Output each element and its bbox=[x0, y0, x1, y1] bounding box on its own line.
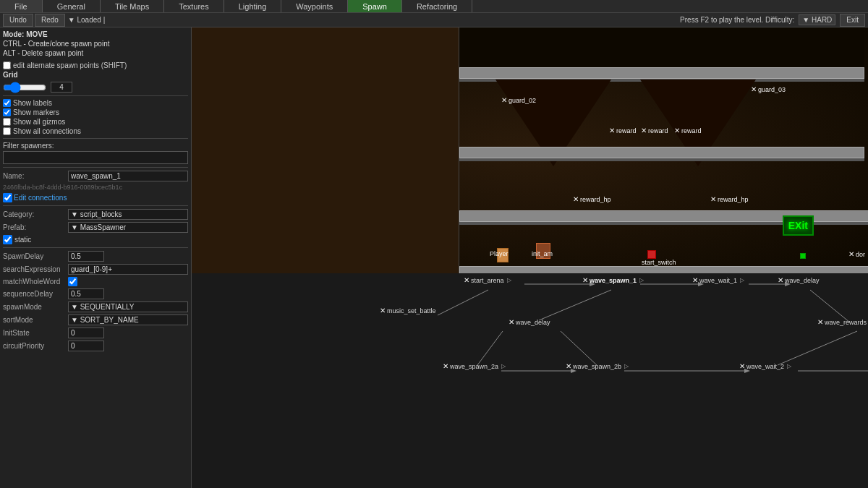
show-labels-label: Show labels bbox=[13, 99, 52, 107]
show-connections-label: Show all connections bbox=[13, 127, 81, 135]
show-connections-row[interactable]: Show all connections bbox=[3, 127, 188, 135]
sort-mode-dropdown[interactable]: ▼ SORT_BY_NAME bbox=[68, 314, 188, 325]
circuit-priority-input[interactable] bbox=[68, 341, 104, 351]
menu-spawn[interactable]: Spawn bbox=[348, 0, 402, 12]
node-wave-delay-2[interactable]: ✕ wave_delay bbox=[509, 318, 550, 326]
undo-button[interactable]: Undo bbox=[3, 14, 33, 27]
player-spawn: Player bbox=[490, 250, 509, 257]
grid-value-input[interactable]: 4 bbox=[51, 82, 72, 93]
guid-text: 2466fbda-bc8f-4ddd-b916-0089bcec5b1c bbox=[3, 184, 188, 191]
reward3-spawn: ✕ reward bbox=[674, 127, 702, 134]
node-music-set-battle[interactable]: ✕ music_set_battle bbox=[380, 307, 436, 314]
show-markers-checkbox[interactable] bbox=[3, 108, 11, 116]
edit-connections-link[interactable]: Edit connections bbox=[3, 193, 188, 202]
spawn-mode-dropdown[interactable]: ▼ SEQUENTIALLY bbox=[68, 301, 188, 312]
prefab-dropdown[interactable]: ▼ MassSpawner bbox=[68, 222, 188, 233]
reward1-spawn: ✕ reward bbox=[609, 127, 637, 134]
node-wave-spawn-2a[interactable]: ✕ wave_spawn_2a ▷ bbox=[443, 362, 506, 370]
ctrl-hint: CTRL - Create/clone spawn point bbox=[3, 40, 188, 48]
loaded-indicator: ▼ Loaded | bbox=[68, 16, 105, 24]
name-field-input[interactable] bbox=[68, 171, 188, 181]
circuit-priority-label: circuitPriority bbox=[3, 342, 68, 350]
menu-file[interactable]: File bbox=[0, 0, 43, 12]
connections-svg bbox=[192, 273, 868, 488]
mode-section: Mode: MOVE CTRL - Create/clone spawn poi… bbox=[3, 30, 188, 57]
show-markers-label: Show markers bbox=[13, 108, 59, 116]
edit-alternate-label: edit alternate spawn points (SHIFT) bbox=[13, 61, 127, 69]
menu-lighting[interactable]: Lighting bbox=[224, 0, 282, 12]
match-whole-label: matchWholeWord bbox=[3, 278, 68, 286]
init-state-label: InitState bbox=[3, 329, 68, 337]
node-wave-spawn-2b[interactable]: ✕ wave_spawn_2b ▷ bbox=[566, 362, 629, 370]
guard03-spawn: ✕ guard_03 bbox=[751, 85, 786, 93]
sequence-del-row: sequenceDelay bbox=[3, 288, 188, 299]
match-whole-checkbox[interactable] bbox=[68, 277, 77, 286]
static-checkbox[interactable] bbox=[3, 235, 12, 244]
node-wave-rewards[interactable]: ✕ wave_rewards bbox=[817, 318, 867, 326]
init-state-row: InitState bbox=[3, 328, 188, 338]
node-wave-wait-1[interactable]: ✕ wave_wait_1 ▷ bbox=[692, 276, 745, 284]
category-dropdown[interactable]: ▼ script_blocks bbox=[68, 209, 188, 220]
alt-hint: ALT - Delete spawn point bbox=[3, 49, 188, 57]
node-wave-wait-2[interactable]: ✕ wave_wait_2 ▷ bbox=[739, 362, 792, 370]
menu-bar: File General Tile Maps Textures Lighting… bbox=[0, 0, 868, 13]
menu-general[interactable]: General bbox=[43, 0, 101, 12]
search-expr-input[interactable] bbox=[68, 264, 188, 275]
filter-input[interactable] bbox=[3, 151, 188, 164]
grid-row: 4 bbox=[3, 82, 188, 93]
show-labels-checkbox[interactable] bbox=[3, 99, 11, 107]
sort-mode-label: sortMode bbox=[3, 316, 68, 324]
sort-mode-row: sortMode ▼ SORT_BY_NAME bbox=[3, 314, 188, 325]
init-am-spawn: init_am bbox=[532, 250, 553, 257]
init-state-input[interactable] bbox=[68, 328, 104, 338]
spawn-delay-input[interactable] bbox=[68, 251, 104, 262]
spawn-delay-label: SpawnDelay bbox=[3, 252, 68, 260]
mode-text: Mode: MOVE bbox=[3, 30, 188, 38]
edit-connections-checkbox[interactable] bbox=[3, 193, 12, 202]
show-connections-checkbox[interactable] bbox=[3, 127, 11, 135]
node-graph[interactable]: ✕ music_set_battle ✕ start_arena ▷ ✕ wav… bbox=[192, 273, 868, 488]
press-f2-text: Press F2 to play the level. Difficulty: bbox=[680, 16, 794, 24]
toolbar: Undo Redo ▼ Loaded | Press F2 to play th… bbox=[0, 13, 868, 27]
match-whole-row: matchWholeWord bbox=[3, 277, 188, 286]
sequence-del-label: sequenceDelay bbox=[3, 290, 68, 298]
filter-label: Filter spawners: bbox=[3, 142, 188, 150]
grid-slider[interactable] bbox=[3, 83, 46, 92]
node-wave-delay-1[interactable]: ✕ wave_delay bbox=[778, 276, 820, 284]
node-start-arena[interactable]: ✕ start_arena ▷ bbox=[464, 276, 512, 284]
exit-button[interactable]: Exit bbox=[840, 14, 865, 27]
reward2-spawn: ✕ reward bbox=[641, 127, 668, 134]
category-label: Category: bbox=[3, 210, 68, 218]
svg-line-6 bbox=[438, 290, 488, 315]
name-row: Name: bbox=[3, 171, 188, 181]
category-row: Category: ▼ script_blocks bbox=[3, 209, 188, 220]
show-markers-row[interactable]: Show markers bbox=[3, 108, 188, 116]
game-viewport: ✕ guard_02 ✕ guard_03 ✕ reward ✕ reward … bbox=[192, 27, 868, 273]
menu-refactoring[interactable]: Refactoring bbox=[402, 0, 472, 12]
search-expr-row: searchExpression bbox=[3, 264, 188, 275]
svg-line-10 bbox=[561, 331, 597, 365]
search-expr-label: searchExpression bbox=[3, 265, 68, 273]
redo-button[interactable]: Redo bbox=[35, 14, 65, 27]
static-label: static bbox=[14, 236, 31, 244]
sequence-del-input[interactable] bbox=[68, 288, 104, 299]
circuit-priority-row: circuitPriority bbox=[3, 341, 188, 351]
node-wave-spawn-1[interactable]: ✕ wave_spawn_1 ▷ bbox=[582, 276, 644, 284]
show-labels-row[interactable]: Show labels bbox=[3, 99, 188, 107]
show-gizmos-checkbox[interactable] bbox=[3, 118, 11, 126]
menu-tilemaps[interactable]: Tile Maps bbox=[101, 0, 164, 12]
static-row[interactable]: static bbox=[3, 235, 188, 244]
menu-textures[interactable]: Textures bbox=[164, 0, 224, 12]
reward-hp1-spawn: ✕ reward_hp bbox=[573, 195, 611, 203]
show-gizmos-label: Show all gizmos bbox=[13, 118, 65, 126]
loaded-text: ▼ Loaded | bbox=[68, 16, 105, 24]
show-gizmos-row[interactable]: Show all gizmos bbox=[3, 118, 188, 126]
svg-line-9 bbox=[477, 331, 503, 365]
prefab-row: Prefab: ▼ MassSpawner bbox=[3, 222, 188, 233]
start-switch-sprite bbox=[647, 250, 656, 259]
edit-alternate-checkbox[interactable] bbox=[3, 61, 11, 69]
canvas-area[interactable]: ✕ guard_02 ✕ guard_03 ✕ reward ✕ reward … bbox=[192, 27, 868, 488]
difficulty-dropdown[interactable]: ▼ HARD bbox=[799, 14, 835, 25]
edit-alternate-row[interactable]: edit alternate spawn points (SHIFT) bbox=[3, 61, 188, 69]
menu-waypoints[interactable]: Waypoints bbox=[281, 0, 348, 12]
